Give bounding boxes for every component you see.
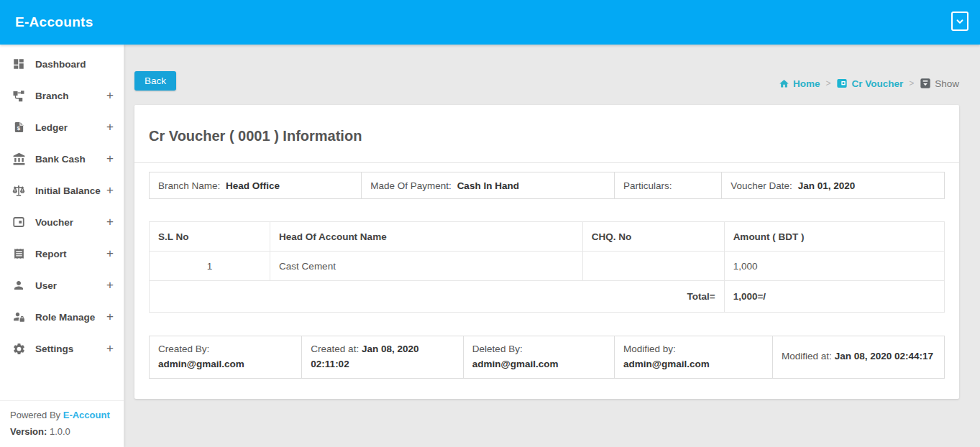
col-header-amount: Amount ( BDT ) xyxy=(724,222,944,252)
sidebar-item-label: Ledger xyxy=(35,122,106,133)
created-by-cell: Created By: admin@gmail.com xyxy=(150,336,302,379)
particulars-cell: Particulars: xyxy=(615,172,722,199)
table-row: 1 Cast Cement 1,000 xyxy=(150,252,945,281)
created-at-cell: Created at: Jan 08, 2020 02:11:02 xyxy=(302,336,464,379)
breadcrumb-current-show: Show xyxy=(920,78,959,89)
voucher-meta-table: Created By: admin@gmail.com Created at: … xyxy=(149,336,945,379)
breadcrumb: Home > Cr Voucher > Show xyxy=(779,78,959,91)
sidebar-item-dashboard[interactable]: Dashboard xyxy=(0,48,124,80)
modified-at-cell: Modified at: Jan 08, 2020 02:44:17 xyxy=(773,336,945,379)
voucher-icon xyxy=(12,215,26,229)
dashboard-icon xyxy=(12,57,26,71)
sidebar-item-label: Voucher xyxy=(35,217,106,228)
total-label: Total= xyxy=(150,281,725,313)
sidebar-item-role-manage[interactable]: Role Manage + xyxy=(0,301,124,333)
voucher-icon xyxy=(836,78,848,89)
branch-name-cell: Branch Name: Head Office xyxy=(150,172,362,199)
deleted-by-cell: Deleted By: admin@gmail.com xyxy=(463,336,614,379)
settings-gear-icon xyxy=(12,341,26,356)
sidebar-item-report[interactable]: Report + xyxy=(0,238,124,269)
voucher-card: Cr Voucher ( 0001 ) Information Branch N… xyxy=(134,105,959,399)
powered-by-text: Powered By xyxy=(10,410,60,420)
sidebar-item-label: Initial Balance xyxy=(35,185,106,196)
home-icon xyxy=(779,78,789,89)
modified-by-cell: Modified by: admin@gmail.com xyxy=(614,336,772,379)
sidebar-item-ledger[interactable]: $ Ledger + xyxy=(0,111,124,143)
col-header-chq-no: CHQ. No xyxy=(582,222,724,252)
initial-balance-icon xyxy=(12,183,26,198)
table-total-row: Total= 1,000=/ xyxy=(150,281,945,313)
sidebar-footer: Powered By E-Account Version: 1.0.0 xyxy=(0,400,124,447)
sidebar-item-settings[interactable]: Settings + xyxy=(0,333,124,364)
cell-chq-no xyxy=(582,252,724,281)
expand-plus-icon[interactable]: + xyxy=(106,88,114,103)
version-value: 1.0.0 xyxy=(50,426,70,437)
user-icon xyxy=(12,278,26,292)
expand-plus-icon[interactable]: + xyxy=(106,215,114,229)
sidebar-item-label: User xyxy=(35,280,106,291)
sidebar-item-label: Role Manage xyxy=(35,312,106,323)
expand-plus-icon[interactable]: + xyxy=(106,120,114,134)
sidebar-item-label: Report xyxy=(35,249,106,259)
breadcrumb-cr-voucher-link[interactable]: Cr Voucher xyxy=(836,78,903,89)
expand-plus-icon[interactable]: + xyxy=(106,183,114,198)
table-header-row: S.L No Head Of Account Name CHQ. No Amou… xyxy=(150,222,945,252)
expand-plus-icon[interactable]: + xyxy=(106,310,114,324)
expand-plus-icon[interactable]: + xyxy=(106,152,114,166)
ledger-icon: $ xyxy=(12,120,26,134)
header-dropdown-toggle[interactable] xyxy=(951,11,968,31)
main-content: Back Home > Cr Voucher > xyxy=(124,45,980,447)
sidebar: Dashboard Branch + $ Ledger + xyxy=(0,45,124,447)
back-button[interactable]: Back xyxy=(134,71,176,91)
expand-plus-icon[interactable]: + xyxy=(106,246,114,261)
col-header-head-of-account: Head Of Account Name xyxy=(270,222,583,252)
svg-text:$: $ xyxy=(17,125,20,132)
total-value: 1,000=/ xyxy=(724,281,944,313)
cell-sl-no: 1 xyxy=(150,252,270,281)
sidebar-item-branch[interactable]: Branch + xyxy=(0,80,124,111)
expand-plus-icon[interactable]: + xyxy=(106,341,114,356)
cell-amount: 1,000 xyxy=(724,252,944,281)
breadcrumb-separator: > xyxy=(909,78,914,88)
app-title: E-Accounts xyxy=(0,14,93,30)
powered-by-link[interactable]: E-Account xyxy=(63,410,110,420)
breadcrumb-separator: > xyxy=(825,78,830,88)
version-label: Version: xyxy=(10,426,47,437)
breadcrumb-home-link[interactable]: Home xyxy=(779,78,820,89)
role-manage-icon xyxy=(12,310,26,324)
show-icon xyxy=(920,78,931,89)
report-icon xyxy=(12,246,26,261)
page-title: Cr Voucher ( 0001 ) Information xyxy=(134,105,959,162)
sidebar-item-bank-cash[interactable]: Bank Cash + xyxy=(0,143,124,175)
voucher-items-table: S.L No Head Of Account Name CHQ. No Amou… xyxy=(149,221,945,313)
sidebar-item-label: Bank Cash xyxy=(35,154,106,165)
sidebar-item-user[interactable]: User + xyxy=(0,269,124,301)
branch-icon xyxy=(12,88,26,103)
voucher-info-table: Branch Name: Head Office Made Of Payment… xyxy=(149,172,945,199)
sidebar-item-label: Branch xyxy=(35,91,106,101)
sidebar-item-voucher[interactable]: Voucher + xyxy=(0,206,124,238)
sidebar-item-label: Settings xyxy=(35,344,106,354)
voucher-date-cell: Voucher Date: Jan 01, 2020 xyxy=(722,172,945,199)
chevron-down-icon xyxy=(955,17,965,27)
sidebar-item-initial-balance[interactable]: Initial Balance + xyxy=(0,175,124,206)
sidebar-item-label: Dashboard xyxy=(35,59,114,70)
cell-head-of-account: Cast Cement xyxy=(270,252,583,281)
made-of-payment-cell: Made Of Payment: Cash In Hand xyxy=(362,172,615,199)
col-header-sl-no: S.L No xyxy=(150,222,270,252)
app-header: E-Accounts xyxy=(0,0,980,45)
bank-cash-icon xyxy=(12,152,26,166)
expand-plus-icon[interactable]: + xyxy=(106,278,114,292)
